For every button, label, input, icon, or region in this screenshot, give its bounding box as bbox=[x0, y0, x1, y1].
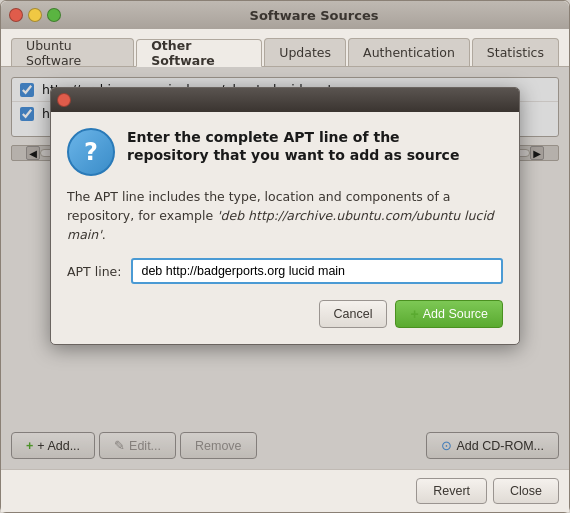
dialog-title: Enter the complete APT line of the repos… bbox=[127, 128, 459, 164]
apt-line-input[interactable] bbox=[131, 258, 503, 284]
dialog-titlebar bbox=[51, 88, 519, 112]
titlebar: Software Sources bbox=[1, 1, 569, 29]
dialog-overlay: ? Enter the complete APT line of the rep… bbox=[1, 67, 569, 469]
add-source-icon: + bbox=[410, 306, 418, 322]
tab-ubuntu-software[interactable]: Ubuntu Software bbox=[11, 38, 134, 66]
question-icon: ? bbox=[67, 128, 115, 176]
add-source-button[interactable]: + Add Source bbox=[395, 300, 503, 328]
tab-authentication[interactable]: Authentication bbox=[348, 38, 470, 66]
tab-updates[interactable]: Updates bbox=[264, 38, 346, 66]
add-source-dialog: ? Enter the complete APT line of the rep… bbox=[50, 87, 520, 345]
cancel-button[interactable]: Cancel bbox=[319, 300, 388, 328]
tab-other-software[interactable]: Other Software bbox=[136, 39, 262, 67]
minimize-window-button[interactable] bbox=[28, 8, 42, 22]
dialog-description: The APT line includes the type, location… bbox=[67, 188, 503, 244]
revert-button[interactable]: Revert bbox=[416, 478, 487, 504]
apt-line-label: APT line: bbox=[67, 264, 121, 279]
tab-content: http://archive.canonical.com/ubuntu luci… bbox=[1, 67, 569, 469]
apt-line-row: APT line: bbox=[67, 258, 503, 284]
dialog-close-button[interactable] bbox=[57, 93, 71, 107]
close-window-button[interactable] bbox=[9, 8, 23, 22]
window-controls bbox=[9, 8, 61, 22]
dialog-footer: Cancel + Add Source bbox=[67, 300, 503, 328]
dialog-body: ? Enter the complete APT line of the rep… bbox=[51, 112, 519, 344]
footer-buttons: Revert Close bbox=[1, 469, 569, 512]
dialog-header: ? Enter the complete APT line of the rep… bbox=[67, 128, 503, 176]
close-button[interactable]: Close bbox=[493, 478, 559, 504]
tab-statistics[interactable]: Statistics bbox=[472, 38, 559, 66]
maximize-window-button[interactable] bbox=[47, 8, 61, 22]
main-window: Software Sources Ubuntu Software Other S… bbox=[0, 0, 570, 513]
tabs-bar: Ubuntu Software Other Software Updates A… bbox=[1, 29, 569, 67]
window-title: Software Sources bbox=[67, 8, 561, 23]
